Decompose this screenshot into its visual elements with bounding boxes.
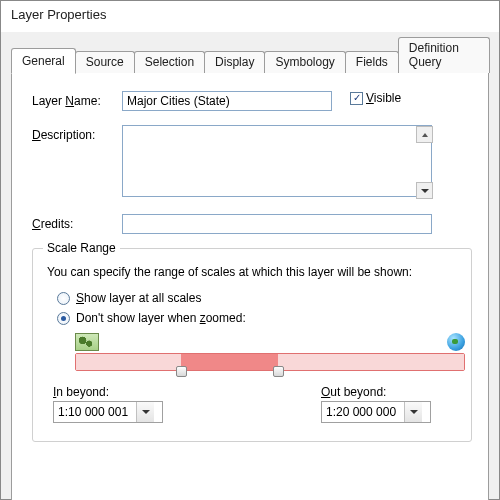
scale-range-legend: Scale Range <box>43 241 120 255</box>
tab-definition-query[interactable]: Definition Query <box>398 37 490 73</box>
out-beyond-label: Out beyond: <box>321 385 451 399</box>
map-detail-icon <box>75 333 99 351</box>
credits-label: Credits: <box>32 214 122 231</box>
tab-fields[interactable]: Fields <box>345 51 399 73</box>
out-beyond-combo[interactable] <box>321 401 431 423</box>
chevron-up-icon <box>422 133 428 137</box>
chevron-down-icon <box>410 410 418 414</box>
chevron-down-icon <box>142 410 150 414</box>
tab-general[interactable]: General <box>11 48 76 74</box>
visible-checkbox[interactable]: ✓ <box>350 92 363 105</box>
tab-strip: General Source Selection Display Symbolo… <box>11 36 489 72</box>
chevron-down-icon <box>421 189 429 193</box>
in-beyond-combo[interactable] <box>53 401 163 423</box>
tab-selection[interactable]: Selection <box>134 51 205 73</box>
description-textarea[interactable] <box>122 125 432 197</box>
tab-source[interactable]: Source <box>75 51 135 73</box>
in-beyond-input[interactable] <box>54 403 136 421</box>
tab-panel-general: Layer Name: ✓ Visible Description: Credi… <box>11 72 489 500</box>
layer-name-input[interactable] <box>122 91 332 111</box>
scale-handle-min[interactable] <box>176 366 187 377</box>
description-label: Description: <box>32 125 122 142</box>
dialog-title: Layer Properties <box>1 1 499 32</box>
tab-symbology[interactable]: Symbology <box>264 51 345 73</box>
tab-display[interactable]: Display <box>204 51 265 73</box>
scroll-down-button[interactable] <box>416 182 433 199</box>
scale-handle-max[interactable] <box>273 366 284 377</box>
scale-slider <box>75 333 465 371</box>
radio-dont-show-zoomed-label: Don't show layer when zoomed: <box>76 311 246 325</box>
radio-show-all-scales[interactable] <box>57 292 70 305</box>
radio-show-all-scales-label: Show layer at all scales <box>76 291 201 305</box>
credits-input[interactable] <box>122 214 432 234</box>
layer-name-label: Layer Name: <box>32 91 122 108</box>
layer-properties-dialog: Layer Properties General Source Selectio… <box>0 0 500 500</box>
scale-range-group: Scale Range You can specify the range of… <box>32 248 472 442</box>
scale-range-help: You can specify the range of scales at w… <box>47 265 457 279</box>
in-beyond-label: In beyond: <box>53 385 203 399</box>
globe-icon <box>447 333 465 351</box>
radio-dont-show-zoomed[interactable] <box>57 312 70 325</box>
scroll-up-button[interactable] <box>416 126 433 143</box>
scale-bar[interactable] <box>75 353 465 371</box>
out-beyond-dropdown-button[interactable] <box>404 402 422 422</box>
out-beyond-input[interactable] <box>322 403 404 421</box>
visible-label: Visible <box>366 91 401 105</box>
in-beyond-dropdown-button[interactable] <box>136 402 154 422</box>
